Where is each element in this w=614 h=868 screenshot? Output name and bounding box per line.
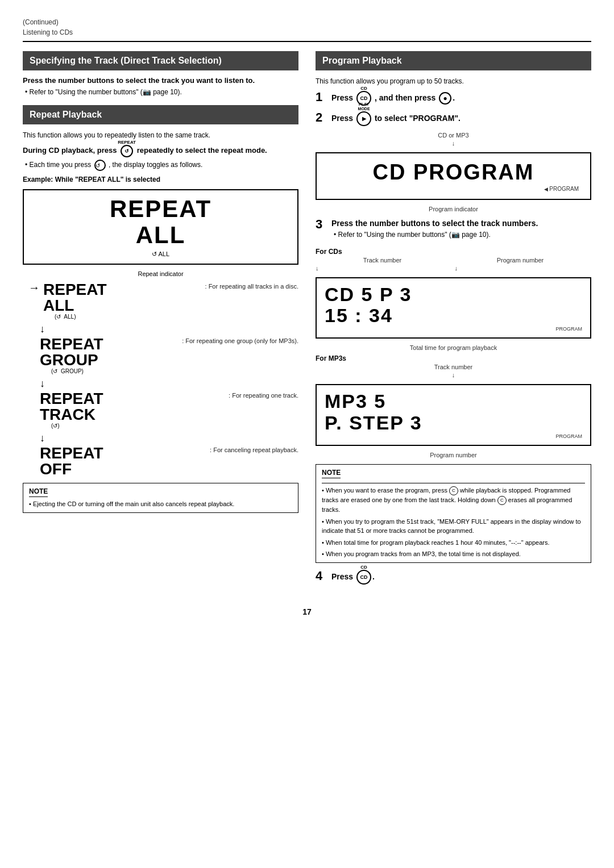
mp3-track-display: MP3 5 P. STEP 3 PROGRAM (316, 384, 591, 446)
step2-row: 2 Press PLAYMODE ▶ to select "PROGRAM". (316, 111, 591, 126)
flow-down3: ↓ (40, 432, 298, 444)
step2-pre: Press (331, 114, 353, 123)
flow-note-all: : For repeating all tracks in a disc. (205, 282, 298, 290)
specifying-header: Specifying the Track (Direct Track Selec… (23, 51, 298, 70)
repeat-during: During CD playback, press REPEAT ↺ repea… (23, 145, 298, 157)
cd-display-line1: CD 5 P 3 (325, 284, 582, 305)
step3-text: Press the number buttons to select the t… (331, 218, 591, 229)
flow-icon-group: (↺ GROUP) (51, 368, 176, 374)
program-indicator-label: PROGRAM (549, 186, 579, 192)
step4-btn-inner: CD (360, 574, 368, 581)
cd-track-label: Track number (363, 257, 401, 264)
repeat-header: Repeat Playback (23, 105, 298, 124)
repeat-btn-label: REPEAT (118, 140, 136, 145)
step3-bullet: • Refer to "Using the number buttons" (📷… (331, 229, 591, 240)
step4-row: 4 Press CD CD . (316, 570, 591, 585)
program-header: Program Playback (316, 51, 591, 70)
cd-total-label: Total time for program playback (316, 344, 591, 351)
breadcrumb: (Continued) Listening to CDs (23, 17, 591, 37)
step1-pre: Press (331, 93, 353, 102)
display-line1: REPEAT (32, 196, 289, 222)
repeat-body: This function allows you to repeatedly l… (23, 130, 298, 140)
left-note-box: NOTE • Ejecting the CD or turning off th… (23, 483, 298, 513)
repeat-bullet: • Each time you press ↺ , the display to… (23, 160, 298, 171)
page-number: 17 (23, 607, 591, 616)
flow-repeat-group: REPEATGROUP (40, 336, 176, 368)
note-text: • Ejecting the CD or turning off the mai… (29, 499, 292, 509)
note-item-3: • When total time for program playback r… (322, 538, 585, 548)
repeat-flow-diagram: → REPEATALL (↺ ALL) : For repeating all … (28, 282, 298, 477)
right-column: Program Playback This function allows yo… (316, 51, 591, 590)
repeat-indicator-label: Repeat indicator (23, 270, 298, 277)
repeat-during-text1: During CD playback, press (23, 146, 117, 155)
cd-track-display: CD 5 P 3 15 : 34 PROGRAM (316, 277, 591, 339)
program-indicator-text: Program indicator (316, 206, 591, 212)
flow-icon-all: (↺ ALL) (55, 314, 200, 320)
step2-text: Press PLAYMODE ▶ to select "PROGRAM". (331, 111, 591, 126)
cd-prog-label: Program number (497, 257, 544, 264)
flow-icon-track: (↺) (51, 423, 223, 429)
breadcrumb-line2: Listening to CDs (23, 28, 73, 36)
cd-program-text: CD PROGRAM (328, 160, 579, 185)
step4-pre: Press (331, 572, 353, 581)
display-line2: ALL (32, 222, 289, 248)
step2-btn-label: PLAYMODE (358, 102, 370, 111)
step3-row: 3 Press the number buttons to select the… (316, 218, 591, 242)
for-mp3s-section: For MP3s Track number ↓ MP3 5 P. STEP 3 … (316, 354, 591, 458)
note-item-1: • When you want to erase the program, pr… (322, 486, 585, 515)
step1-btn2: ● (439, 92, 451, 105)
step1-number: 1 (316, 91, 327, 103)
flow-item-off: REPEATOFF : For canceling repeat playbac… (40, 445, 298, 477)
for-cds-section: For CDs Track number Program number ↓ ↓ … (316, 248, 591, 352)
step4-text: Press CD CD . (331, 570, 591, 585)
flow-item-all: → REPEATALL (↺ ALL) : For repeating all … (28, 282, 298, 322)
cd-program-display: CD PROGRAM ◀ PROGRAM (316, 152, 591, 200)
step3-number: 3 (316, 218, 327, 231)
flow-down2: ↓ (40, 378, 298, 390)
repeat-during-text2: repeatedly to select the repeat mode. (137, 146, 267, 155)
flow-note-group: : For repeating one group (only for MP3s… (182, 336, 298, 344)
mp3-track-label: Track number (434, 364, 472, 370)
step1-row: 1 Press CD CD , and then press ● . (316, 91, 591, 106)
step1-btn1-inner: CD (360, 95, 368, 102)
right-note-box: NOTE • When you want to erase the progra… (316, 464, 591, 563)
note-header-label: NOTE (29, 487, 48, 497)
flow-note-track: : For repeating one track. (229, 391, 298, 399)
flow-arrow-first: → (28, 282, 40, 293)
mp3-display-line1: MP3 5 (325, 391, 582, 412)
mp3-display-line2: P. STEP 3 (325, 412, 582, 433)
step1-mid: , and then press (375, 93, 435, 102)
step4-btn-label: CD (360, 564, 367, 570)
mp3-prog-label: Program number (316, 452, 591, 458)
cd-display-line2: 15 : 34 (325, 305, 582, 326)
step1-btn1-label: CD (360, 85, 367, 91)
repeat-all-display: REPEAT ALL ↺ ALL (23, 189, 298, 265)
repeat-icon-label: ↺ ALL (32, 251, 289, 258)
flow-item-group: REPEATGROUP (↺ GROUP) : For repeating on… (40, 336, 298, 377)
specifying-sub: Press the number buttons to select the t… (23, 76, 298, 85)
left-column: Specifying the Track (Direct Track Selec… (23, 51, 298, 513)
cd-prog-marker: PROGRAM (325, 326, 582, 332)
specifying-bullet: • Refer to "Using the number buttons" (📷… (23, 87, 298, 97)
note-item-2: • When you try to program the 51st track… (322, 517, 585, 536)
step2-btn-inner: ▶ (362, 115, 366, 123)
flow-down1: ↓ (40, 323, 298, 335)
for-cds-label: For CDs (316, 248, 591, 256)
flow-note-off: : For canceling repeat playback. (210, 445, 298, 453)
for-mp3s-label: For MP3s (316, 354, 591, 362)
step2-number: 2 (316, 111, 327, 124)
flow-repeat-all: REPEATALL (43, 282, 200, 314)
step1-text: Press CD CD , and then press ● . (331, 91, 591, 106)
program-intro: This function allows you program up to 5… (316, 76, 591, 86)
step2-post: to select "PROGRAM". (375, 114, 460, 123)
mp3-prog-marker: PROGRAM (325, 433, 582, 439)
cd-display-area: CD or MP3 ↓ CD PROGRAM ◀ PROGRAM Program… (316, 132, 591, 212)
right-note-header: NOTE (322, 469, 341, 478)
flow-repeat-off: REPEATOFF (40, 445, 204, 477)
note-item-4: • When you program tracks from an MP3, t… (322, 549, 585, 559)
flow-repeat-track: REPEATTRACK (40, 391, 223, 423)
cd-label-top: CD or MP3 (316, 132, 591, 139)
example-label: Example: While "REPEAT ALL" is selected (23, 176, 298, 183)
step1-btn2-inner: ● (443, 94, 447, 103)
breadcrumb-line1: (Continued) (23, 18, 59, 26)
